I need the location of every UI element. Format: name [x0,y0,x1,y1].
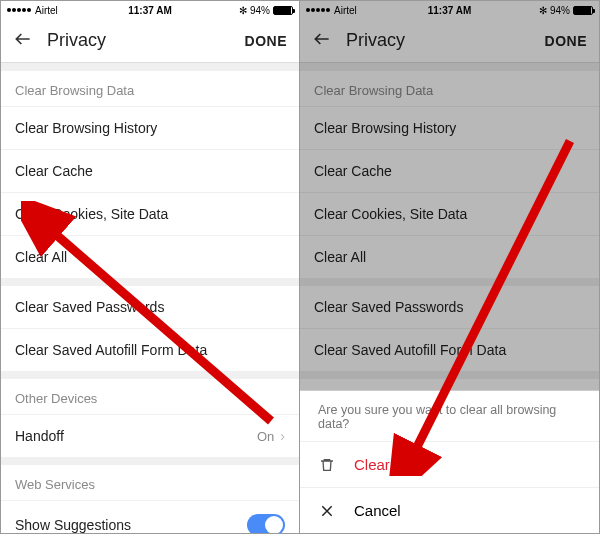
section-header-web-services: Web Services [1,465,299,500]
clear-autofill-row[interactable]: Clear Saved Autofill Form Data [1,328,299,371]
sheet-clear-all-label: Clear All [354,456,410,473]
clear-autofill-row: Clear Saved Autofill Form Data [300,328,599,371]
clear-browsing-history-row: Clear Browsing History [300,106,599,149]
clear-cookies-row[interactable]: Clear Cookies, Site Data [1,192,299,235]
close-icon [318,504,336,518]
show-suggestions-row[interactable]: Show Suggestions [1,500,299,533]
back-button[interactable] [13,29,33,53]
done-button[interactable]: DONE [245,33,287,49]
sheet-cancel-label: Cancel [354,502,401,519]
page-title: Privacy [47,30,106,51]
chevron-right-icon: › [280,428,285,444]
clock-label: 11:37 AM [300,5,599,16]
done-button[interactable]: DONE [545,33,587,49]
settings-list[interactable]: Clear Browsing Data Clear Browsing Histo… [1,63,299,533]
clear-cookies-row: Clear Cookies, Site Data [300,192,599,235]
clear-all-row: Clear All [300,235,599,278]
sheet-message: Are you sure you want to clear all brows… [300,391,599,441]
clear-saved-passwords-row: Clear Saved Passwords [300,286,599,328]
trash-icon [318,457,336,473]
handoff-value: On [257,429,274,444]
sheet-clear-all-button[interactable]: Clear All [300,441,599,487]
show-suggestions-toggle[interactable] [247,514,285,533]
clear-saved-passwords-row[interactable]: Clear Saved Passwords [1,286,299,328]
clock-label: 11:37 AM [1,5,299,16]
status-bar: Airtel 11:37 AM ✻ 94% [300,1,599,19]
section-header-browsing: Clear Browsing Data [300,71,599,106]
sheet-cancel-button[interactable]: Cancel [300,487,599,533]
screen-right: Airtel 11:37 AM ✻ 94% Privacy DONE Clear… [300,1,599,533]
clear-cache-row: Clear Cache [300,149,599,192]
handoff-row[interactable]: Handoff On › [1,414,299,457]
header-bar: Privacy DONE [1,19,299,63]
confirm-action-sheet: Are you sure you want to clear all brows… [300,390,599,533]
section-header-other-devices: Other Devices [1,379,299,414]
battery-icon [573,6,593,15]
header-bar: Privacy DONE [300,19,599,63]
page-title: Privacy [346,30,405,51]
status-bar: Airtel 11:37 AM ✻ 94% [1,1,299,19]
clear-cache-row[interactable]: Clear Cache [1,149,299,192]
section-header-browsing: Clear Browsing Data [1,71,299,106]
back-button[interactable] [312,29,332,53]
clear-browsing-history-row[interactable]: Clear Browsing History [1,106,299,149]
screen-left: Airtel 11:37 AM ✻ 94% Privacy DONE Clear… [1,1,300,533]
clear-all-row[interactable]: Clear All [1,235,299,278]
battery-icon [273,6,293,15]
